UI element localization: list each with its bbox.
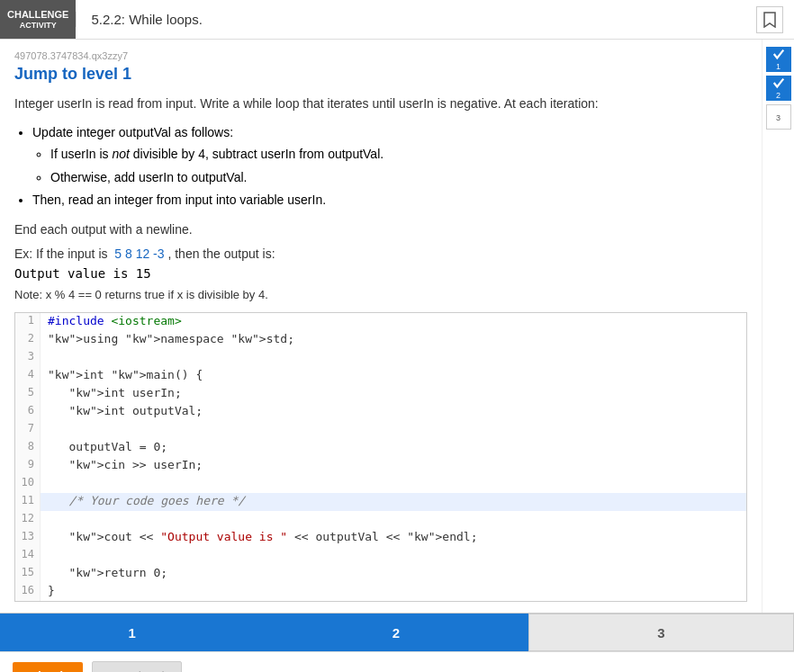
example-suffix: , then the output is: [167,246,275,261]
code-line[interactable]: 12 [15,511,746,529]
badge-line1: CHALLENGE [7,8,68,21]
line-code[interactable]: "kw">cout << "Output value is " << outpu… [41,529,477,547]
sidebar-indicators: 123 [762,40,794,613]
line-code[interactable]: "kw">cin >> userIn; [41,457,203,475]
code-line[interactable]: 3 [15,349,746,367]
line-code[interactable]: "kw">int userIn; [41,385,182,403]
line-code[interactable]: } [41,583,55,601]
content-area: 497078.3747834.qx3zzy7 Jump to level 1 I… [0,40,762,613]
code-line[interactable]: 14 [15,547,746,565]
line-number: 14 [15,547,41,565]
line-number: 4 [15,367,41,385]
code-line[interactable]: 15 "kw">return 0; [15,565,746,583]
code-line[interactable]: 6 "kw">int outputVal; [15,403,746,421]
line-code[interactable]: outputVal = 0; [41,439,167,457]
bullet-item-1: Update integer outputVal as follows: If … [32,122,747,188]
sub-bullet-2: Otherwise, add userIn to outputVal. [50,167,747,189]
code-line[interactable]: 7 [15,421,746,439]
line-number: 9 [15,457,41,475]
line-code[interactable] [41,547,55,565]
header-title: 5.2.2: While loops. [76,12,756,27]
line-number: 5 [15,385,41,403]
line-number: 6 [15,403,41,421]
level-indicator-3[interactable]: 3 [766,104,791,130]
next-level-button: Next level [92,661,181,672]
line-code[interactable]: #include <iostream> [41,313,182,331]
jump-title: Jump to level 1 [14,65,747,84]
line-code[interactable] [41,349,55,367]
line-code[interactable] [41,475,55,493]
line-code[interactable]: "kw">int outputVal; [41,403,203,421]
badge-line2: ACTIVITY [20,21,57,31]
code-line[interactable]: 2"kw">using "kw">namespace "kw">std; [15,331,746,349]
line-number: 1 [15,313,41,331]
line-number: 7 [15,421,41,439]
bookmark-icon [756,6,783,33]
check-button[interactable]: Check [13,662,83,672]
line-code[interactable] [41,421,55,439]
line-number: 15 [15,565,41,583]
challenge-badge: CHALLENGE ACTIVITY [0,0,76,39]
line-number: 8 [15,439,41,457]
main-layout: 497078.3747834.qx3zzy7 Jump to level 1 I… [0,40,794,613]
line-number: 11 [15,493,41,511]
code-line[interactable]: 8 outputVal = 0; [15,439,746,457]
bullet-item-2: Then, read an integer from input into va… [32,190,747,211]
code-line[interactable]: 9 "kw">cin >> userIn; [15,457,746,475]
line-number: 12 [15,511,41,529]
example-label: Ex: If the input is [14,246,108,261]
tab-1[interactable]: 1 [0,614,264,651]
code-line[interactable]: 10 [15,475,746,493]
example-line: Ex: If the input is 5 8 12 -3 , then the… [14,246,747,261]
bullet-list: Update integer outputVal as follows: If … [32,122,747,211]
tab-3[interactable]: 3 [528,614,794,651]
example-input: 5 8 12 -3 [111,246,164,261]
code-line[interactable]: 1#include <iostream> [15,313,746,331]
code-line[interactable]: 11 /* Your code goes here */ [15,493,746,511]
line-code[interactable]: "kw">using "kw">namespace "kw">std; [41,331,294,349]
header: CHALLENGE ACTIVITY 5.2.2: While loops. [0,0,794,40]
line-code[interactable]: "kw">int "kw">main() { [41,367,203,385]
description-main: Integer userIn is read from input. Write… [14,94,747,113]
line-code[interactable]: /* Your code goes here */ [41,493,245,511]
code-editor[interactable]: 1#include <iostream>2"kw">using "kw">nam… [14,312,747,602]
line-number: 3 [15,349,41,367]
sub-bullet-list: If userIn is not divisible by 4, subtrac… [50,144,747,189]
level-indicator-2[interactable]: 2 [766,76,791,101]
tab-bar: 123 [0,613,794,651]
code-line[interactable]: 16} [15,583,746,601]
code-line[interactable]: 13 "kw">cout << "Output value is " << ou… [15,529,746,547]
code-line[interactable]: 5 "kw">int userIn; [15,385,746,403]
level-indicator-1[interactable]: 1 [766,47,791,72]
tab-2[interactable]: 2 [264,614,528,651]
output-value: Output value is 15 [14,266,747,281]
line-number: 13 [15,529,41,547]
sub-bullet-1: If userIn is not divisible by 4, subtrac… [50,144,747,166]
end-note: End each output with a newline. [14,220,747,239]
meta-id: 497078.3747834.qx3zzy7 [14,50,747,61]
note: Note: x % 4 == 0 returns true if x is di… [14,288,747,301]
code-line[interactable]: 4"kw">int "kw">main() { [15,367,746,385]
bottom-bar: Check Next level [0,651,794,672]
line-number: 16 [15,583,41,601]
line-code[interactable] [41,511,55,529]
line-number: 2 [15,331,41,349]
line-code[interactable]: "kw">return 0; [41,565,167,583]
line-number: 10 [15,475,41,493]
